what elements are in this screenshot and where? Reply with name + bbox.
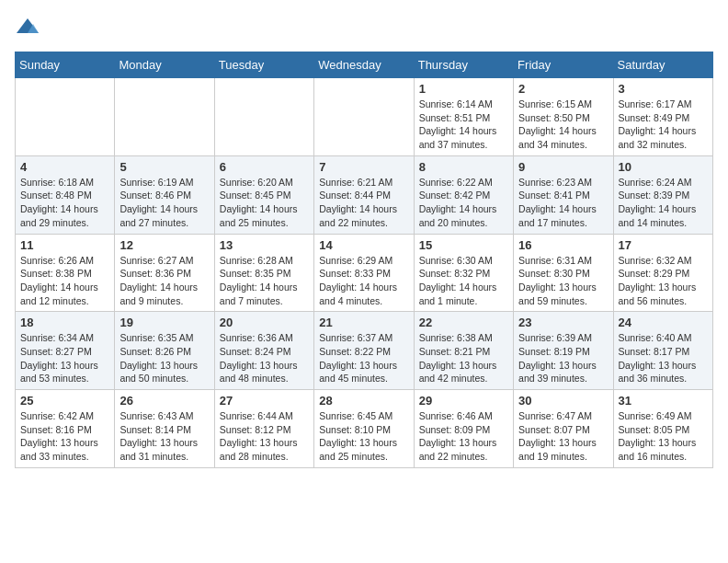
day-content: Sunrise: 6:18 AM Sunset: 8:48 PM Dayligh… bbox=[20, 176, 109, 230]
day-content: Sunrise: 6:38 AM Sunset: 8:21 PM Dayligh… bbox=[419, 331, 508, 385]
calendar-cell: 27Sunrise: 6:44 AM Sunset: 8:12 PM Dayli… bbox=[214, 390, 313, 468]
calendar-cell: 20Sunrise: 6:36 AM Sunset: 8:24 PM Dayli… bbox=[214, 312, 313, 390]
calendar-cell: 11Sunrise: 6:26 AM Sunset: 8:38 PM Dayli… bbox=[16, 234, 115, 312]
calendar-cell: 18Sunrise: 6:34 AM Sunset: 8:27 PM Dayli… bbox=[16, 312, 115, 390]
day-content: Sunrise: 6:43 AM Sunset: 8:14 PM Dayligh… bbox=[119, 409, 209, 464]
day-content: Sunrise: 6:21 AM Sunset: 8:44 PM Dayligh… bbox=[319, 176, 408, 230]
day-number: 22 bbox=[419, 316, 508, 329]
weekday-header: Sunday bbox=[16, 52, 115, 78]
day-content: Sunrise: 6:32 AM Sunset: 8:29 PM Dayligh… bbox=[619, 254, 708, 308]
calendar-cell: 30Sunrise: 6:47 AM Sunset: 8:07 PM Dayli… bbox=[514, 390, 613, 468]
day-content: Sunrise: 6:14 AM Sunset: 8:51 PM Dayligh… bbox=[419, 98, 508, 152]
calendar-cell bbox=[314, 78, 414, 156]
weekday-header: Tuesday bbox=[214, 52, 313, 78]
calendar-week-row: 18Sunrise: 6:34 AM Sunset: 8:27 PM Dayli… bbox=[16, 312, 713, 390]
day-number: 14 bbox=[319, 238, 408, 252]
calendar-cell: 10Sunrise: 6:24 AM Sunset: 8:39 PM Dayli… bbox=[613, 155, 712, 234]
day-content: Sunrise: 6:20 AM Sunset: 8:45 PM Dayligh… bbox=[220, 176, 309, 230]
day-number: 24 bbox=[619, 316, 708, 329]
day-number: 7 bbox=[319, 160, 408, 174]
weekday-header: Wednesday bbox=[314, 52, 414, 78]
day-number: 5 bbox=[119, 160, 209, 174]
page-header bbox=[15, 15, 713, 40]
day-content: Sunrise: 6:15 AM Sunset: 8:50 PM Dayligh… bbox=[518, 98, 608, 152]
calendar-cell: 25Sunrise: 6:42 AM Sunset: 8:16 PM Dayli… bbox=[16, 390, 115, 468]
day-content: Sunrise: 6:27 AM Sunset: 8:36 PM Dayligh… bbox=[119, 254, 209, 308]
calendar-cell: 23Sunrise: 6:39 AM Sunset: 8:19 PM Dayli… bbox=[514, 312, 613, 390]
calendar-cell: 1Sunrise: 6:14 AM Sunset: 8:51 PM Daylig… bbox=[414, 78, 513, 156]
day-number: 30 bbox=[518, 394, 608, 408]
day-number: 17 bbox=[619, 238, 708, 252]
day-content: Sunrise: 6:23 AM Sunset: 8:41 PM Dayligh… bbox=[518, 176, 608, 230]
day-content: Sunrise: 6:35 AM Sunset: 8:26 PM Dayligh… bbox=[119, 331, 209, 385]
calendar-cell: 16Sunrise: 6:31 AM Sunset: 8:30 PM Dayli… bbox=[514, 234, 613, 312]
day-content: Sunrise: 6:40 AM Sunset: 8:17 PM Dayligh… bbox=[619, 331, 708, 385]
calendar-cell bbox=[115, 78, 214, 156]
weekday-header: Monday bbox=[115, 52, 214, 78]
calendar-cell bbox=[214, 78, 313, 156]
calendar-cell: 26Sunrise: 6:43 AM Sunset: 8:14 PM Dayli… bbox=[115, 390, 214, 468]
day-number: 6 bbox=[220, 160, 309, 174]
day-content: Sunrise: 6:17 AM Sunset: 8:49 PM Dayligh… bbox=[619, 98, 708, 152]
calendar-cell: 21Sunrise: 6:37 AM Sunset: 8:22 PM Dayli… bbox=[314, 312, 414, 390]
calendar-cell: 9Sunrise: 6:23 AM Sunset: 8:41 PM Daylig… bbox=[514, 155, 613, 234]
day-number: 3 bbox=[619, 82, 708, 96]
calendar-cell: 28Sunrise: 6:45 AM Sunset: 8:10 PM Dayli… bbox=[314, 390, 414, 468]
calendar-cell: 7Sunrise: 6:21 AM Sunset: 8:44 PM Daylig… bbox=[314, 155, 414, 234]
day-number: 13 bbox=[220, 238, 309, 252]
calendar-cell: 4Sunrise: 6:18 AM Sunset: 8:48 PM Daylig… bbox=[16, 155, 115, 234]
calendar-table: SundayMondayTuesdayWednesdayThursdayFrid… bbox=[15, 52, 713, 468]
day-content: Sunrise: 6:45 AM Sunset: 8:10 PM Dayligh… bbox=[319, 409, 408, 464]
day-content: Sunrise: 6:47 AM Sunset: 8:07 PM Dayligh… bbox=[518, 409, 608, 464]
day-content: Sunrise: 6:42 AM Sunset: 8:16 PM Dayligh… bbox=[20, 409, 109, 464]
calendar-week-row: 4Sunrise: 6:18 AM Sunset: 8:48 PM Daylig… bbox=[16, 155, 713, 234]
day-number: 25 bbox=[20, 394, 109, 408]
calendar-cell: 5Sunrise: 6:19 AM Sunset: 8:46 PM Daylig… bbox=[115, 155, 214, 234]
day-content: Sunrise: 6:36 AM Sunset: 8:24 PM Dayligh… bbox=[220, 331, 309, 385]
day-number: 11 bbox=[20, 238, 109, 252]
calendar-cell: 2Sunrise: 6:15 AM Sunset: 8:50 PM Daylig… bbox=[514, 78, 613, 156]
calendar-cell: 8Sunrise: 6:22 AM Sunset: 8:42 PM Daylig… bbox=[414, 155, 513, 234]
day-content: Sunrise: 6:31 AM Sunset: 8:30 PM Dayligh… bbox=[518, 254, 608, 308]
day-content: Sunrise: 6:39 AM Sunset: 8:19 PM Dayligh… bbox=[518, 331, 608, 385]
weekday-header: Saturday bbox=[613, 52, 712, 78]
logo bbox=[15, 15, 44, 40]
day-number: 10 bbox=[619, 160, 708, 174]
calendar-cell: 24Sunrise: 6:40 AM Sunset: 8:17 PM Dayli… bbox=[613, 312, 712, 390]
day-content: Sunrise: 6:46 AM Sunset: 8:09 PM Dayligh… bbox=[419, 409, 508, 464]
day-number: 21 bbox=[319, 316, 408, 329]
calendar-cell: 15Sunrise: 6:30 AM Sunset: 8:32 PM Dayli… bbox=[414, 234, 513, 312]
day-number: 27 bbox=[220, 394, 309, 408]
day-content: Sunrise: 6:19 AM Sunset: 8:46 PM Dayligh… bbox=[119, 176, 209, 230]
calendar-week-row: 25Sunrise: 6:42 AM Sunset: 8:16 PM Dayli… bbox=[16, 390, 713, 468]
day-number: 16 bbox=[518, 238, 608, 252]
day-number: 31 bbox=[619, 394, 708, 408]
day-number: 12 bbox=[119, 238, 209, 252]
calendar-cell: 19Sunrise: 6:35 AM Sunset: 8:26 PM Dayli… bbox=[115, 312, 214, 390]
day-content: Sunrise: 6:24 AM Sunset: 8:39 PM Dayligh… bbox=[619, 176, 708, 230]
calendar-cell: 31Sunrise: 6:49 AM Sunset: 8:05 PM Dayli… bbox=[613, 390, 712, 468]
day-number: 26 bbox=[119, 394, 209, 408]
day-content: Sunrise: 6:49 AM Sunset: 8:05 PM Dayligh… bbox=[619, 409, 708, 464]
calendar-cell: 6Sunrise: 6:20 AM Sunset: 8:45 PM Daylig… bbox=[214, 155, 313, 234]
day-content: Sunrise: 6:26 AM Sunset: 8:38 PM Dayligh… bbox=[20, 254, 109, 308]
calendar-cell: 14Sunrise: 6:29 AM Sunset: 8:33 PM Dayli… bbox=[314, 234, 414, 312]
calendar-header-row: SundayMondayTuesdayWednesdayThursdayFrid… bbox=[16, 52, 713, 78]
day-number: 4 bbox=[20, 160, 109, 174]
weekday-header: Friday bbox=[514, 52, 613, 78]
calendar-cell: 17Sunrise: 6:32 AM Sunset: 8:29 PM Dayli… bbox=[613, 234, 712, 312]
day-number: 23 bbox=[518, 316, 608, 329]
day-number: 28 bbox=[319, 394, 408, 408]
calendar-cell: 22Sunrise: 6:38 AM Sunset: 8:21 PM Dayli… bbox=[414, 312, 513, 390]
day-content: Sunrise: 6:37 AM Sunset: 8:22 PM Dayligh… bbox=[319, 331, 408, 385]
calendar-week-row: 1Sunrise: 6:14 AM Sunset: 8:51 PM Daylig… bbox=[16, 78, 713, 156]
day-content: Sunrise: 6:34 AM Sunset: 8:27 PM Dayligh… bbox=[20, 331, 109, 385]
day-number: 29 bbox=[419, 394, 508, 408]
calendar-cell: 29Sunrise: 6:46 AM Sunset: 8:09 PM Dayli… bbox=[414, 390, 513, 468]
day-content: Sunrise: 6:28 AM Sunset: 8:35 PM Dayligh… bbox=[220, 254, 309, 308]
calendar-week-row: 11Sunrise: 6:26 AM Sunset: 8:38 PM Dayli… bbox=[16, 234, 713, 312]
weekday-header: Thursday bbox=[414, 52, 513, 78]
day-content: Sunrise: 6:22 AM Sunset: 8:42 PM Dayligh… bbox=[419, 176, 508, 230]
calendar-cell bbox=[16, 78, 115, 156]
day-number: 9 bbox=[518, 160, 608, 174]
